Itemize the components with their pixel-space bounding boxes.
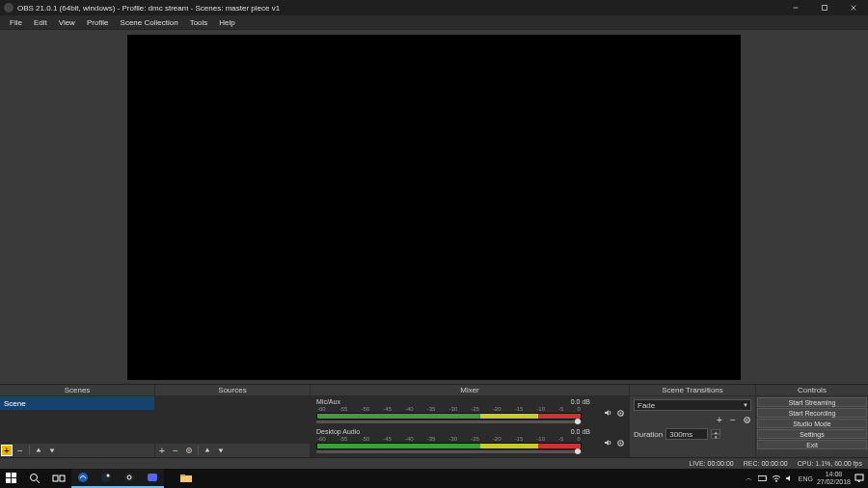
svg-rect-26 — [180, 475, 192, 482]
tray-clock[interactable]: 14:08 27/02/2018 — [817, 471, 851, 486]
scene-item[interactable]: Scene — [0, 396, 154, 410]
window-title: OBS 21.0.1 (64bit, windows) - Profile: d… — [17, 4, 781, 13]
start-streaming-button[interactable]: Start Streaming — [757, 397, 867, 407]
status-bar: LIVE: 00:00:00 REC: 00:00:00 CPU: 1.1%, … — [0, 457, 868, 469]
menu-edit[interactable]: Edit — [28, 18, 53, 27]
controls-header: Controls — [756, 385, 868, 396]
mixer-ticks: -60-55-50-45-40-35-30-25-20-15-10-50 — [316, 436, 582, 442]
sources-list[interactable] — [155, 396, 310, 444]
svg-point-20 — [78, 473, 88, 482]
menu-help[interactable]: Help — [213, 18, 240, 27]
app-icon — [4, 3, 14, 13]
svg-rect-15 — [12, 478, 16, 483]
svg-point-22 — [107, 474, 110, 477]
menu-tools[interactable]: Tools — [184, 18, 214, 27]
channel-settings-button[interactable] — [616, 409, 625, 418]
tray-language[interactable]: ENG — [799, 475, 813, 482]
scenes-toolbar: + − — [0, 444, 154, 457]
mixer-meter — [316, 413, 582, 420]
duration-label: Duration — [634, 430, 663, 439]
transitions-header: Scene Transitions — [630, 385, 755, 396]
source-settings-button[interactable] — [184, 446, 194, 455]
mixer-channel-level: 0.0 dB — [571, 428, 590, 435]
remove-transition-button[interactable]: − — [728, 415, 738, 424]
maximize-button[interactable] — [810, 0, 839, 15]
add-scene-button[interactable]: + — [2, 446, 12, 455]
start-button[interactable] — [0, 469, 23, 488]
taskbar-app-edge[interactable] — [71, 469, 95, 488]
preview-canvas[interactable] — [127, 35, 741, 380]
separator — [29, 446, 30, 455]
mixer-body: Mic/Aux 0.0 dB -60-55-50-45-40-35-30-25-… — [311, 396, 629, 457]
mixer-panel: Mixer Mic/Aux 0.0 dB -60-55-50-45-40-35-… — [311, 385, 630, 457]
transitions-panel: Scene Transitions Fade ▼ + − Duration 30… — [630, 385, 756, 457]
system-tray: ︿ ENG 14:08 27/02/2018 — [745, 471, 868, 486]
taskbar-app-obs[interactable] — [118, 469, 141, 488]
transition-settings-button[interactable] — [742, 415, 751, 424]
channel-settings-button[interactable] — [616, 439, 625, 447]
menu-profile[interactable]: Profile — [81, 18, 115, 27]
menu-file[interactable]: File — [4, 18, 28, 27]
transitions-body: Fade ▼ + − Duration 300ms ▴ ▾ — [630, 396, 755, 457]
separator — [198, 446, 199, 455]
svg-rect-31 — [855, 474, 863, 480]
remove-scene-button[interactable]: − — [15, 446, 25, 455]
tray-battery-icon[interactable] — [758, 474, 768, 483]
duration-input[interactable]: 300ms — [665, 428, 708, 440]
svg-point-23 — [124, 473, 134, 482]
svg-rect-28 — [758, 476, 766, 481]
chevron-down-icon: ▼ — [743, 402, 748, 408]
move-source-up-button[interactable] — [203, 446, 212, 455]
menu-scene-collection[interactable]: Scene Collection — [115, 18, 184, 27]
close-button[interactable] — [839, 0, 868, 15]
windows-taskbar: ︿ ENG 14:08 27/02/2018 — [0, 469, 868, 488]
bottom-dock: Scenes Scene Add + − Sources + − Mixer — [0, 384, 868, 457]
tray-chevron-up-icon[interactable]: ︿ — [745, 474, 754, 483]
exit-button[interactable]: Exit — [757, 440, 867, 449]
mixer-volume-slider[interactable] — [316, 420, 582, 423]
taskbar-app-steam[interactable] — [95, 469, 118, 488]
tray-wifi-icon[interactable] — [772, 474, 781, 483]
move-scene-up-button[interactable] — [34, 446, 43, 455]
svg-rect-25 — [148, 474, 157, 481]
sources-panel: Sources + − — [155, 385, 311, 457]
settings-button[interactable]: Settings — [757, 429, 867, 439]
studio-mode-button[interactable]: Studio Mode — [757, 419, 867, 428]
svg-rect-29 — [766, 477, 767, 479]
remove-source-button[interactable]: − — [171, 446, 180, 455]
tray-volume-icon[interactable] — [785, 474, 795, 483]
status-cpu: CPU: 1.1%, 60.00 fps — [798, 460, 862, 467]
sources-toolbar: + − — [155, 444, 310, 457]
mixer-channel-name: Mic/Aux — [316, 398, 340, 405]
scenes-list[interactable]: Scene Add — [0, 396, 154, 444]
mixer-channel-mic: Mic/Aux 0.0 dB -60-55-50-45-40-35-30-25-… — [311, 396, 629, 426]
minimize-button[interactable] — [781, 0, 810, 15]
menu-view[interactable]: View — [53, 18, 81, 27]
start-recording-button[interactable]: Start Recording — [757, 408, 867, 418]
taskview-button[interactable] — [46, 469, 71, 488]
mute-button[interactable] — [604, 438, 613, 447]
add-transition-button[interactable]: + — [715, 415, 724, 424]
svg-point-5 — [188, 449, 190, 451]
mixer-header: Mixer — [311, 385, 629, 396]
svg-point-9 — [620, 442, 622, 444]
taskbar-app-discord[interactable] — [141, 469, 164, 488]
mixer-volume-slider[interactable] — [316, 450, 582, 453]
svg-line-17 — [37, 480, 40, 483]
svg-point-11 — [746, 419, 747, 420]
move-scene-down-button[interactable] — [47, 446, 57, 455]
mixer-ticks: -60-55-50-45-40-35-30-25-20-15-10-50 — [316, 406, 582, 412]
taskbar-app-explorer[interactable] — [174, 469, 199, 488]
mute-button[interactable] — [604, 408, 613, 418]
controls-panel: Controls Start Streaming Start Recording… — [756, 385, 868, 457]
move-source-down-button[interactable] — [216, 446, 226, 455]
search-button[interactable] — [23, 469, 46, 488]
svg-point-7 — [620, 412, 622, 414]
scenes-panel: Scenes Scene Add + − — [0, 385, 155, 457]
transition-select[interactable]: Fade ▼ — [634, 399, 751, 411]
menu-bar: File Edit View Profile Scene Collection … — [0, 15, 868, 29]
add-source-button[interactable]: + — [157, 446, 167, 455]
svg-rect-14 — [6, 478, 11, 483]
duration-down-button[interactable]: ▾ — [711, 434, 720, 439]
tray-notifications-icon[interactable] — [854, 474, 864, 483]
